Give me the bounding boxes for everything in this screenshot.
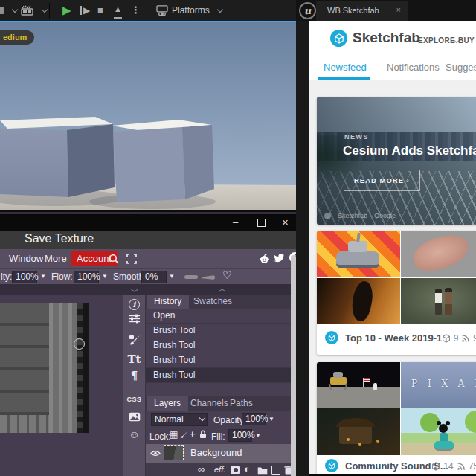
- chevron-down-icon[interactable]: [42, 7, 48, 13]
- chevron-down-icon[interactable]: [12, 7, 18, 13]
- characters-thumbnail[interactable]: [401, 278, 476, 324]
- scrollbar-thumb[interactable]: [291, 255, 296, 476]
- brand-title[interactable]: Sketchfab: [353, 30, 420, 46]
- flow-value[interactable]: 100%: [74, 271, 99, 283]
- texture-canvas[interactable]: [0, 303, 89, 433]
- lock-position-icon[interactable]: +: [190, 428, 196, 440]
- pixar-thumbnail[interactable]: P I X A R: [401, 362, 476, 408]
- history-step[interactable]: Brush Tool: [146, 353, 292, 368]
- minimize-button[interactable]: –: [233, 214, 238, 231]
- tank-thumbnail[interactable]: [317, 231, 400, 277]
- fantasy-thumbnail[interactable]: [317, 278, 400, 324]
- tab-swatches[interactable]: Swatches: [186, 295, 239, 309]
- lock-transparency-icon[interactable]: ▦: [170, 429, 178, 440]
- menu-window[interactable]: Window: [9, 249, 43, 268]
- ear-thumbnail[interactable]: [401, 231, 476, 277]
- ear-model: [410, 231, 472, 274]
- heart-icon[interactable]: ♡: [222, 269, 232, 281]
- feed-card[interactable]: Top 10 - Week 2019-1 9 9: [317, 231, 476, 355]
- history-step[interactable]: Open: [146, 309, 292, 324]
- tab-layers[interactable]: Layers: [147, 396, 188, 411]
- menu-more[interactable]: More: [45, 249, 67, 268]
- collapse-left-handle[interactable]: <>: [131, 286, 138, 293]
- fullscreen-icon[interactable]: [126, 254, 137, 264]
- tab-suggestions[interactable]: Suggestions: [446, 62, 476, 73]
- lock-all-icon[interactable]: [199, 430, 207, 439]
- stroke-preview-icon[interactable]: [184, 275, 198, 279]
- history-step[interactable]: Brush Tool: [146, 324, 292, 338]
- search-icon[interactable]: [109, 254, 120, 265]
- tab-paths[interactable]: Paths: [222, 396, 260, 411]
- feed-count: 75: [469, 461, 476, 472]
- nav-buy-models[interactable]: BUY 3D M: [458, 36, 476, 45]
- history-step-selected[interactable]: Brush Tool: [146, 368, 292, 383]
- sketchfab-logo-icon[interactable]: [330, 30, 347, 47]
- link-layers-icon[interactable]: ∞: [198, 463, 205, 475]
- news-card[interactable]: NEWS Cesium Adds Sketchfa READ MORE › Sk…: [317, 97, 476, 225]
- play-button[interactable]: ▶: [62, 0, 71, 21]
- new-group-icon[interactable]: [257, 466, 268, 475]
- close-button[interactable]: ×: [282, 214, 289, 231]
- platforms-button[interactable]: Platforms: [172, 5, 210, 16]
- more-options-dots[interactable]: ⋮: [131, 0, 141, 21]
- layer-effects-icon[interactable]: eff.: [214, 465, 225, 474]
- reddit-icon[interactable]: [259, 254, 270, 264]
- dropdown-arrow-icon[interactable]: ▼: [169, 273, 175, 280]
- tab-notifications[interactable]: Notifications: [387, 62, 440, 73]
- dropdown-arrow-icon[interactable]: ▼: [102, 273, 108, 280]
- tab-history[interactable]: History: [147, 295, 189, 309]
- layer-mask-icon[interactable]: [231, 466, 240, 474]
- opacity-value[interactable]: 100%: [12, 271, 37, 283]
- card-title[interactable]: Top 10 - Week 2019-1: [345, 332, 442, 344]
- new-layer-icon[interactable]: [271, 466, 280, 475]
- twitter-icon[interactable]: [274, 254, 285, 263]
- css-panel-icon[interactable]: CSS: [123, 396, 145, 403]
- brush-panel-icon[interactable]: [123, 335, 145, 346]
- info-icon[interactable]: i: [123, 297, 145, 310]
- maximize-button[interactable]: [257, 219, 266, 227]
- dropdown-arrow-icon[interactable]: ▼: [40, 273, 46, 280]
- eject-button[interactable]: ▲: [114, 1, 122, 19]
- browser-tab[interactable]: WB Sketchfab ×: [316, 1, 408, 21]
- read-more-button[interactable]: READ MORE ›: [344, 170, 420, 191]
- paragraph-panel-icon[interactable]: ¶: [123, 369, 145, 382]
- image-panel-icon[interactable]: [123, 412, 145, 422]
- history-step[interactable]: Brush Tool: [146, 338, 292, 353]
- dropdown-arrow-icon[interactable]: ▼: [268, 416, 274, 422]
- avatar[interactable]: [325, 459, 338, 472]
- stop-button[interactable]: ■: [97, 0, 103, 21]
- eye-icon[interactable]: [150, 450, 161, 457]
- platforms-icon[interactable]: [155, 5, 169, 16]
- adjustment-layer-icon[interactable]: ◐: [244, 463, 250, 475]
- layer-opacity-value[interactable]: 100%: [242, 413, 266, 425]
- smooth-value[interactable]: 0%: [141, 271, 167, 283]
- chevron-down-icon[interactable]: [217, 7, 223, 13]
- avatar[interactable]: [325, 331, 338, 344]
- step-forward-button[interactable]: ▶: [83, 0, 90, 21]
- cinematics-icon[interactable]: [21, 5, 35, 16]
- blend-mode-select[interactable]: Normal: [151, 413, 208, 426]
- fill-value[interactable]: 100%: [228, 429, 252, 442]
- card-footer: Top 10 - Week 2019-1 9 9: [317, 324, 476, 355]
- lock-paint-icon[interactable]: [180, 431, 188, 439]
- news-title[interactable]: Cesium Adds Sketchfa: [343, 144, 476, 158]
- tab-close-icon[interactable]: ×: [396, 5, 401, 14]
- clipped-tool-icon[interactable]: [0, 7, 4, 14]
- dropdown-arrow-icon[interactable]: ▼: [255, 432, 261, 439]
- 3d-viewport[interactable]: edium: [0, 21, 296, 212]
- layer-name[interactable]: Background: [190, 447, 242, 458]
- step-forward-icon-bar[interactable]: [80, 6, 82, 15]
- tab-newsfeed[interactable]: Newsfeed: [324, 62, 367, 73]
- moon-lander-thumbnail[interactable]: [317, 362, 400, 408]
- layer-thumbnail[interactable]: [164, 445, 184, 460]
- collapse-right-handle[interactable]: ><: [219, 286, 225, 293]
- layer-row-background[interactable]: Background: [146, 444, 292, 463]
- stroke-taper-icon[interactable]: [202, 275, 215, 280]
- text-panel-icon[interactable]: Tt: [123, 353, 145, 366]
- mickey-thumbnail[interactable]: [401, 408, 476, 455]
- emoji-panel-icon[interactable]: ☺: [123, 428, 145, 440]
- underwater-thumbnail[interactable]: [317, 408, 400, 455]
- feed-card[interactable]: P I X A R: [317, 362, 476, 476]
- nav-explore[interactable]: EXPLORE: [418, 36, 455, 45]
- adjustments-icon[interactable]: [123, 314, 145, 324]
